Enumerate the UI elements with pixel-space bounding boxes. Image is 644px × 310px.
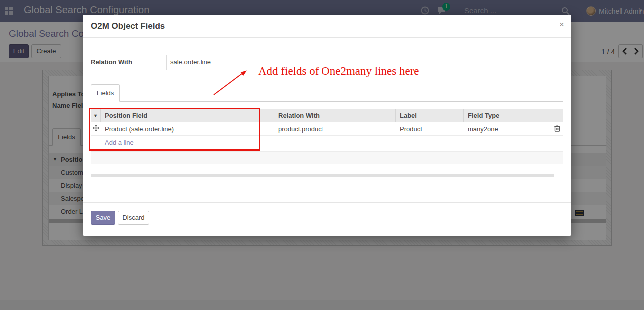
o2m-table-header-row: ▾ Position Field Relation With Label Fie… (91, 109, 563, 122)
add-a-line-row: Add a line (91, 136, 563, 150)
delete-row-button[interactable] (554, 125, 563, 134)
cell-field-type: many2one (464, 126, 554, 133)
column-header-relation-with[interactable]: Relation With (274, 109, 396, 122)
field-divider (166, 55, 167, 70)
discard-button[interactable]: Discard (118, 211, 149, 225)
modal-horizontal-scrollbar[interactable] (91, 174, 554, 178)
cell-position-field: Product (sale.order.line) (101, 126, 274, 133)
modal-footer-divider (83, 202, 571, 203)
cell-relation-with: product.product (274, 126, 396, 133)
cell-label: Product (396, 126, 464, 133)
trash-icon (554, 125, 560, 132)
save-button[interactable]: Save (91, 211, 115, 225)
column-header-actions (554, 109, 563, 122)
column-header-label[interactable]: Label (396, 109, 464, 122)
o2m-fields-table: ▾ Position Field Relation With Label Fie… (91, 109, 563, 150)
drag-handle-icon[interactable] (91, 125, 101, 133)
relation-with-value: sale.order.line (170, 58, 211, 66)
relation-with-label: Relation With (91, 58, 165, 66)
table-row[interactable]: Product (sale.order.line) product.produc… (91, 122, 563, 136)
empty-table-stripe (91, 152, 563, 164)
close-icon[interactable]: × (559, 20, 564, 30)
modal-title: O2M Object Fields (91, 22, 165, 32)
column-header-position-field[interactable]: Position Field (101, 109, 274, 122)
modal-tabbar-line (91, 102, 563, 102)
sort-caret-icon: ▾ (91, 109, 101, 122)
modal-header: O2M Object Fields × (83, 15, 571, 38)
column-header-field-type[interactable]: Field Type (464, 109, 554, 122)
o2m-object-fields-dialog: O2M Object Fields × Relation With sale.o… (83, 15, 571, 236)
add-a-line-link[interactable]: Add a line (101, 139, 274, 146)
modal-fields-tab[interactable]: Fields (91, 84, 120, 102)
